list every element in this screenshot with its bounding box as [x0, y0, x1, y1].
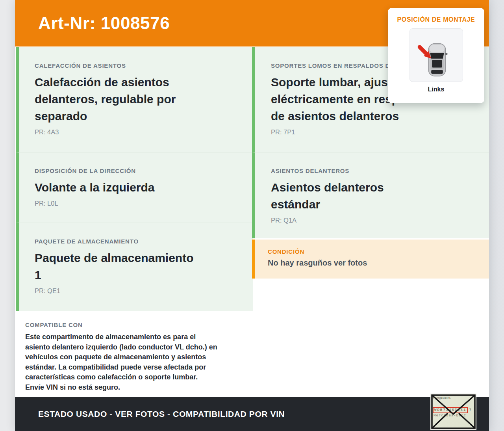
- condition-text: No hay rasguños ver fotos: [268, 258, 474, 268]
- feature-label: ASIENTOS DELANTEROS: [271, 167, 474, 174]
- car-top-view-icon: [410, 29, 463, 82]
- compatibility-text-line: vehículos con paquete de almacenamiento …: [25, 352, 250, 362]
- footer-banner: ESTADO USADO - VER FOTOS - COMPATIBILIDA…: [15, 397, 489, 431]
- feature-card-front-seats: ASIENTOS DELANTEROS Asientos delanteros …: [252, 152, 489, 238]
- mounting-position-card: POSICIÓN DE MONTAJE Links: [388, 8, 484, 103]
- feature-title: Calefacción de asientos delanteros, regu…: [35, 74, 238, 124]
- feature-title-line: de asientos delanteros: [271, 108, 474, 124]
- compatibility-text-line: estándar. La compatibilidad puede verse …: [25, 362, 250, 373]
- feature-label: CALEFACCIÓN DE ASIENTOS: [35, 62, 238, 69]
- condition-card: CONDICIÓN No hay rasguños ver fotos: [252, 240, 489, 279]
- registration-document-thumbnail: Fahrgestellnr. WDB71463J31 7 Mercedes-Be…: [430, 394, 476, 430]
- feature-card-seat-heating: CALEFACCIÓN DE ASIENTOS Calefacción de a…: [16, 47, 253, 152]
- condition-label: CONDICIÓN: [268, 248, 474, 255]
- feature-title-line: Asientos delanteros: [271, 179, 474, 196]
- pr-code: PR: 7P1: [271, 128, 474, 136]
- footer-text: ESTADO USADO - VER FOTOS - COMPATIBILIDA…: [38, 409, 285, 419]
- feature-title-line: delanteros, regulable por: [35, 91, 238, 108]
- feature-title-line: 1: [35, 266, 238, 283]
- compatibility-text-line: características como calefacción o sopor…: [25, 372, 250, 383]
- feature-title-line: Paquete de almacenamiento: [35, 249, 238, 266]
- feature-title-line: Volante a la izquierda: [35, 179, 238, 196]
- feature-card-storage-package: PAQUETE DE ALMACENAMIENTO Paquete de alm…: [16, 223, 253, 311]
- pr-code: PR: 4A3: [35, 128, 238, 136]
- feature-title-line: Calefacción de asientos: [35, 74, 238, 91]
- compatibility-label: COMPATIBLE CON: [25, 321, 250, 328]
- feature-title: Paquete de almacenamiento 1: [35, 249, 238, 283]
- mounting-position-label: POSICIÓN DE MONTAJE: [388, 16, 484, 23]
- envelope-icon: [431, 394, 476, 429]
- feature-title: Volante a la izquierda: [35, 179, 238, 196]
- pr-code: PR: L0L: [35, 200, 238, 207]
- compatibility-text-line: asiento delantero izquierdo (lado conduc…: [25, 342, 250, 353]
- feature-label: PAQUETE DE ALMACENAMIENTO: [35, 238, 238, 245]
- listing-infographic: Art-Nr: 1008576 CALEFACCIÓN DE ASIENTOS …: [0, 0, 504, 431]
- compatibility-text-line: Envíe VIN si no está seguro.: [25, 383, 250, 393]
- feature-title-line: estándar: [271, 196, 474, 213]
- mounting-position-image-frame: [410, 28, 463, 82]
- mounting-position-value: Links: [388, 86, 484, 93]
- compatibility-card: COMPATIBLE CON Este compartimento de alm…: [16, 311, 253, 397]
- compatibility-text-line: Este compartimento de almacenamiento es …: [25, 332, 250, 342]
- pr-code: PR: Q1A: [271, 217, 474, 224]
- feature-title: Asientos delanteros estándar: [271, 179, 474, 213]
- pr-code: PR: QE1: [35, 287, 238, 295]
- feature-title-line: separado: [35, 108, 238, 124]
- feature-card-steering: DISPOSICIÓN DE LA DIRECCIÓN Volante a la…: [16, 152, 253, 223]
- article-number-title: Art-Nr: 1008576: [38, 13, 170, 33]
- feature-label: DISPOSICIÓN DE LA DIRECCIÓN: [35, 167, 238, 174]
